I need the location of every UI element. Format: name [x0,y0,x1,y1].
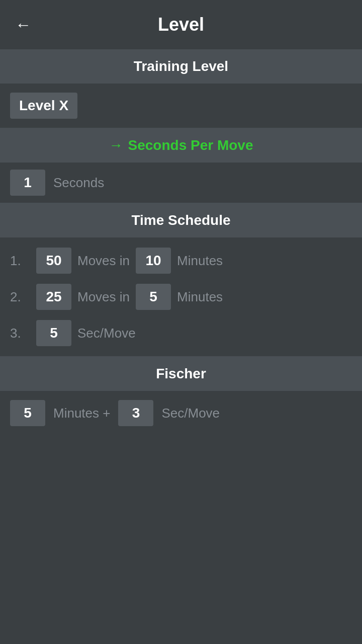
minutes-label-2: Minutes [177,289,223,305]
seconds-per-move-row: 1 Seconds [0,163,362,203]
schedule-moves-1[interactable]: 50 [36,248,71,274]
schedule-moves-3[interactable]: 5 [36,320,71,346]
sec-move-label-3: Sec/Move [77,326,136,341]
training-level-header: Training Level [0,49,362,84]
time-schedule-container: 1. 50 Moves in 10 Minutes 2. 25 Moves in… [0,237,362,357]
arrow-icon: → [109,137,123,153]
back-button[interactable]: ← [15,17,31,33]
seconds-value[interactable]: 1 [10,170,45,196]
schedule-row-2: 2. 25 Moves in 5 Minutes [0,279,362,315]
schedule-time-1[interactable]: 10 [136,248,171,274]
seconds-unit-label: Seconds [53,175,104,191]
moves-in-label-2: Moves in [77,289,130,305]
schedule-row-3: 3. 5 Sec/Move [0,315,362,351]
minutes-label-1: Minutes [177,253,223,269]
row-num-1: 1. [10,253,30,269]
training-level-value[interactable]: Level X [10,93,77,119]
row-num-3: 3. [10,326,30,341]
fischer-row: 5 Minutes + 3 Sec/Move [0,391,362,435]
fischer-sec-value[interactable]: 3 [118,400,153,426]
time-schedule-header: Time Schedule [0,203,362,237]
schedule-row-1: 1. 50 Moves in 10 Minutes [0,243,362,279]
training-level-row: Level X [0,84,362,128]
fischer-sec-label: Sec/Move [161,406,220,421]
header: ← Level [0,0,362,49]
seconds-per-move-header[interactable]: →Seconds Per Move [0,128,362,163]
row-num-2: 2. [10,289,30,305]
fischer-minutes-value[interactable]: 5 [10,400,45,426]
page-title: Level [158,14,204,35]
fischer-header: Fischer [0,357,362,391]
schedule-time-2[interactable]: 5 [136,284,171,310]
moves-in-label-1: Moves in [77,253,130,269]
fischer-minutes-label: Minutes + [53,406,110,421]
schedule-moves-2[interactable]: 25 [36,284,71,310]
